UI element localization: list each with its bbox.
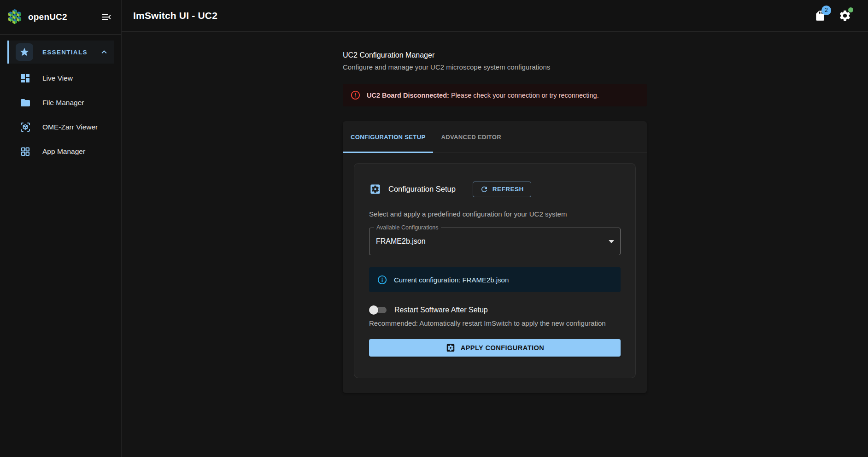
sidebar-item-ome-zarr-viewer[interactable]: OME-Zarr Viewer: [0, 116, 121, 138]
info-alert: Current configuration: FRAME2b.json: [369, 267, 621, 292]
tab-advanced-editor[interactable]: ADVANCED EDITOR: [433, 121, 509, 152]
panel-heading: Configuration Setup: [388, 185, 456, 193]
select-value: FRAME2b.json: [369, 228, 620, 255]
sidebar-nav: Live View File Manager OME-: [0, 67, 121, 163]
restart-toggle-hint: Recommended: Automatically restart ImSwi…: [369, 319, 621, 327]
sidebar-item-label: OME-Zarr Viewer: [42, 123, 98, 131]
notification-badge: 2: [821, 6, 831, 15]
info-alert-text: Current configuration: FRAME2b.json: [394, 276, 509, 284]
page-header-title: ImSwitch UI - UC2: [133, 10, 217, 21]
sd-card-button[interactable]: 2: [811, 6, 829, 25]
restart-toggle[interactable]: [369, 305, 387, 315]
settings-applications-icon: [369, 183, 381, 195]
refresh-icon: [480, 185, 488, 193]
page-title: UC2 Configuration Manager: [343, 51, 647, 59]
section-label: ESSENTIALS: [42, 49, 88, 56]
sidebar-header: openUC2: [0, 0, 121, 35]
restart-toggle-label: Restart Software After Setup: [394, 306, 488, 314]
sidebar-item-file-manager[interactable]: File Manager: [0, 92, 121, 114]
sidebar-item-app-manager[interactable]: App Manager: [0, 141, 121, 163]
sidebar-item-live-view[interactable]: Live View: [0, 67, 121, 89]
dashboard-icon: [20, 73, 31, 84]
panel-description: Select and apply a predefined configurat…: [369, 210, 621, 218]
zarr-cube-icon: [20, 122, 31, 133]
error-icon: [350, 90, 361, 100]
page-subtitle: Configure and manage your UC2 microscope…: [343, 63, 647, 71]
select-label: Available Configurations: [374, 224, 441, 231]
sidebar-item-label: File Manager: [42, 99, 84, 107]
tab-bar: CONFIGURATION SETUP ADVANCED EDITOR: [343, 121, 647, 153]
sidebar-item-label: Live View: [42, 74, 73, 82]
folder-icon: [20, 97, 31, 108]
settings-button[interactable]: [836, 6, 854, 25]
menu-open-icon[interactable]: [99, 10, 114, 24]
sidebar-section-essentials[interactable]: ESSENTIALS: [7, 41, 114, 64]
brand-name: openUC2: [28, 12, 67, 22]
status-dot: [848, 7, 853, 12]
star-icon: [16, 43, 33, 61]
tab-configuration-setup[interactable]: CONFIGURATION SETUP: [343, 121, 433, 152]
main-content: UC2 Configuration Manager Configure and …: [122, 31, 868, 457]
settings-applications-icon: [446, 343, 456, 353]
configuration-card: CONFIGURATION SETUP ADVANCED EDITOR Conf…: [343, 121, 647, 393]
error-alert-text: UC2 Board Disconnected:Please check your…: [367, 92, 599, 99]
info-icon: [377, 275, 387, 285]
configuration-select[interactable]: Available Configurations FRAME2b.json: [369, 228, 621, 255]
refresh-button[interactable]: REFRESH: [473, 182, 531, 197]
appbar: ImSwitch UI - UC2 2: [122, 0, 868, 31]
apply-configuration-button[interactable]: APPLY CONFIGURATION: [369, 339, 621, 357]
configuration-setup-panel: Configuration Setup REFRESH Select and a…: [354, 163, 636, 378]
apps-grid-icon: [20, 146, 31, 157]
sidebar: openUC2 ESSENTIALS Live View: [0, 0, 122, 457]
chevron-up-icon[interactable]: [99, 47, 109, 57]
sidebar-item-label: App Manager: [42, 147, 85, 156]
openuc2-logo-icon: [6, 8, 23, 26]
dropdown-caret-icon: [609, 240, 614, 243]
error-alert: UC2 Board Disconnected:Please check your…: [343, 84, 647, 106]
